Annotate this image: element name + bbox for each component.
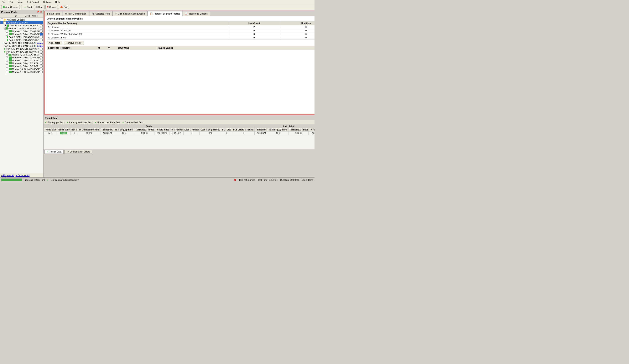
module-4-checkbox[interactable] [40, 53, 43, 56]
tree-module-2[interactable]: + Module 2, Odin-10G-6S-6P [0, 30, 43, 33]
totals-header: Totals [44, 125, 255, 128]
port-1-checkbox[interactable] [40, 39, 43, 41]
stop-icon [35, 6, 38, 8]
tab-multi-stream[interactable]: ≡ Multi-Stream Configuration [113, 11, 147, 16]
result-content[interactable]: Totals Port : P-0-3-2 Frame Size Result … [44, 125, 314, 149]
tree-module-5[interactable]: + Module 5, Odin-10G-6S-6P [0, 56, 43, 59]
expand-module-3[interactable]: − [6, 33, 8, 35]
tree-chassis-0[interactable]: − ✕ Chassis 0 L23 Live [0, 21, 43, 24]
module-2-checkbox[interactable] [40, 30, 43, 33]
tree-port-0[interactable]: Port 0, SFP+ 10G AOC P-0-3-0 [0, 36, 43, 39]
menu-test-control[interactable]: Test Control [26, 0, 40, 3]
pin-icon[interactable]: 📌 [36, 10, 39, 13]
module-11-checkbox[interactable] [40, 71, 43, 73]
module-8-checkbox[interactable] [40, 62, 43, 65]
tree-module-8[interactable]: + Module 8, Odin-1G-3S-6P [0, 62, 43, 65]
menu-view[interactable]: View [17, 0, 23, 3]
tab-b2b-result[interactable]: ✔ Back-to-Back Test [122, 121, 143, 124]
port-2-icon [3, 42, 3, 44]
expand-module-4[interactable]: + [5, 53, 8, 56]
cancel-button[interactable]: ✖ Cancel [45, 5, 58, 9]
th-iter: Iter. # [70, 128, 78, 132]
tab-start-page[interactable]: ℹ Start Page [45, 11, 62, 16]
expand-module-10[interactable]: + [6, 68, 8, 70]
module-4-icon [8, 54, 11, 56]
cell-state: PASS [57, 132, 70, 135]
collapse-all-btn[interactable]: − Collapse All [15, 174, 29, 177]
tree-module-1[interactable]: + Module 1, Odin-10G-5S-6P-CU [0, 27, 43, 30]
menu-edit[interactable]: Edit [9, 0, 14, 3]
protocol-segment-content: Defined Segment Header Profiles Segment … [45, 16, 314, 114]
expand-chassis-0[interactable]: − [3, 21, 6, 24]
cell-loss: 0 [183, 132, 199, 135]
expand-all-icon: + [1, 174, 2, 177]
module-9-checkbox[interactable] [40, 65, 43, 68]
physical-ports-panel: Physical Ports 📌 ✕ ID Used Owner − 📁 Ava… [0, 10, 44, 178]
expand-module-8[interactable]: + [6, 62, 8, 65]
tree-port-1[interactable]: Port 1, SFP+ 10G AOC P-0-3-1 [0, 39, 43, 42]
tree-available-chassis[interactable]: − 📁 Available Chassis [0, 18, 43, 21]
fraction-label: 0/0 [42, 179, 45, 181]
tree-port-5[interactable]: Port 5, SFP+ 10G SR 850 P-0-3-5 [0, 50, 43, 53]
profile-name: 2: Ethernet / VLAN (0) [47, 29, 228, 32]
expand-available-chassis[interactable]: − [1, 18, 3, 21]
add-profile-button[interactable]: Add Profile [47, 41, 62, 45]
expand-module-0[interactable]: + [4, 24, 6, 27]
bottom-tab-result-data[interactable]: ✔ Result Data [44, 150, 64, 154]
remove-profile-button[interactable]: Remove Profile [64, 41, 84, 45]
th-tx-rate-l1-2: Tx Rate (L1) (Bit/s) [268, 128, 288, 132]
start-button[interactable]: ⇒ Start [23, 5, 33, 9]
tree-module-3[interactable]: − Module 3, Odin-10G-6S-6P [0, 33, 43, 36]
port-4-checkbox[interactable] [40, 48, 43, 50]
module-3-checked [40, 33, 43, 35]
expand-module-9[interactable]: + [6, 65, 8, 68]
close-panel-icon[interactable]: ✕ [40, 10, 42, 13]
tree-module-9[interactable]: + Module 9, Odin-1G-3S-6P [0, 65, 43, 68]
expand-module-2[interactable]: + [6, 30, 8, 33]
expand-all-btn[interactable]: + Expand All [1, 174, 14, 177]
tab-bar: ℹ Start Page ⚙ Test Configuration 🔌 Sele… [45, 11, 314, 16]
port-0-checkbox[interactable] [40, 36, 43, 38]
tab-protocol-segment[interactable]: 📋 Protocol Segment Profiles [148, 11, 182, 16]
exit-button[interactable]: 📤 Exit [59, 5, 69, 9]
stop-button[interactable]: Stop [34, 5, 44, 9]
menu-options[interactable]: Options [42, 0, 52, 3]
profile-row[interactable]: 1: Ethernet 2 0 0 [47, 25, 315, 29]
port-5-checkbox[interactable] [40, 50, 43, 53]
bottom-tab-config-errors[interactable]: ⚙ Configuration Errors [64, 150, 92, 154]
tree-module-0[interactable]: + Module 0, Odin-1G-3S-6P-T1- [0, 24, 43, 27]
menu-file[interactable]: File [1, 0, 6, 3]
tab-selected-ports[interactable]: 🔌 Selected Ports [89, 11, 113, 16]
tab-throughput-result[interactable]: ✔ Throughput Test [45, 121, 64, 124]
module-5-checkbox[interactable] [40, 56, 43, 59]
port-3-checked [35, 45, 36, 47]
tab-test-config[interactable]: ⚙ Test Configuration [63, 11, 89, 16]
cell-rx: 2,349,624 [169, 132, 183, 135]
tree-port-4[interactable]: Port 4, SFP+ 10G SR 850 P-0-3-4 [0, 47, 43, 50]
segment-scroll[interactable] [47, 50, 314, 91]
profile-row[interactable]: 2: Ethernet / VLAN (0) 0 0 0 [47, 29, 315, 32]
tree-module-11[interactable]: + Module 11, Odin-1G-3S-6P [0, 71, 43, 74]
th-result-state: Result State [57, 128, 70, 132]
tree-module-4[interactable]: + Module 4, Loki-100G-5S-2P [0, 53, 43, 56]
tab-reporting[interactable]: 📈 Reporting Options [183, 11, 210, 16]
menu-help[interactable]: Help [54, 0, 61, 3]
expand-module-11[interactable]: + [6, 71, 8, 73]
tab-latency-result[interactable]: ✔ Latency and Jitter Test [67, 121, 92, 124]
expand-module-5[interactable]: + [6, 56, 8, 59]
expand-module-1[interactable]: + [4, 27, 5, 30]
add-chassis-button[interactable]: Add Chassis [1, 5, 20, 9]
tree-port-2[interactable]: Port 2, SFP+ 10G DAC P-0-3-2 demo [0, 42, 43, 44]
tree-port-3[interactable]: Port 3, SFP+ 10G DAC P-0-3-3 demo [0, 44, 43, 47]
module-1-checkbox[interactable] [40, 27, 43, 30]
profile-row[interactable]: 4: Ethernet / IPv4 0 0 0 [47, 36, 315, 39]
module-0-checkbox[interactable] [40, 24, 43, 27]
cell-fcs: 0 [232, 132, 255, 135]
profile-row[interactable]: 3: Ethernet / VLAN (0) / VLAN (0) 0 0 0 [47, 32, 315, 36]
tree-module-7[interactable]: + Module 7, Odin-1G-3S-6P [0, 59, 43, 62]
tree-module-10[interactable]: + Module 10, Odin-1G-3S-6P [0, 68, 43, 71]
expand-module-7[interactable]: + [6, 59, 8, 62]
module-10-checkbox[interactable] [40, 68, 43, 70]
module-7-checkbox[interactable] [40, 59, 43, 62]
tab-frameloss-result[interactable]: ✔ Frame Loss Rate Test [95, 121, 120, 124]
